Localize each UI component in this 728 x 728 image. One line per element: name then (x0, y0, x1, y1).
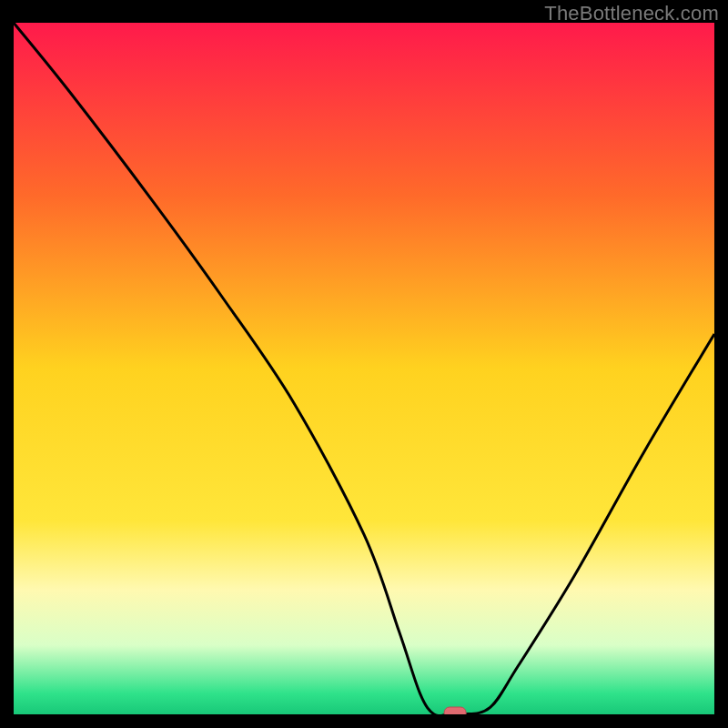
chart-svg (14, 23, 714, 714)
bottleneck-marker (444, 707, 466, 714)
chart-frame: TheBottleneck.com (0, 0, 728, 728)
plot-area (14, 23, 714, 714)
gradient-rect (14, 23, 714, 714)
